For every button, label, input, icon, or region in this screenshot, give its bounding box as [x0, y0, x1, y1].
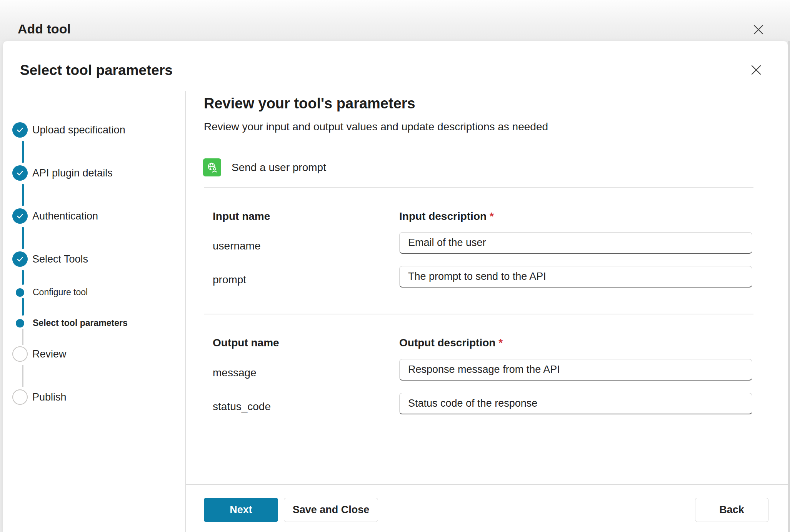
check-icon [12, 122, 28, 138]
close-icon[interactable] [750, 21, 767, 38]
input-description-header: Input description * [399, 211, 494, 222]
step-api-plugin-details[interactable]: API plugin details [12, 165, 113, 181]
stepper-connector [22, 141, 24, 163]
step-label: API plugin details [32, 167, 113, 179]
dialog-title: Add tool [18, 22, 71, 35]
input-row-name: username [213, 241, 261, 251]
stepper-connector [22, 298, 24, 316]
input-description-field-username[interactable] [399, 232, 752, 254]
step-authentication[interactable]: Authentication [12, 208, 98, 224]
required-asterisk: * [498, 337, 503, 349]
required-asterisk: * [490, 210, 494, 222]
content-heading: Review your tool's parameters [204, 96, 415, 112]
step-label: Upload specification [32, 124, 125, 136]
step-review[interactable]: Review [12, 346, 67, 362]
footer-divider [186, 484, 788, 485]
input-description-field-prompt[interactable] [399, 266, 752, 288]
empty-circle-icon [12, 389, 28, 405]
step-label: Configure tool [33, 287, 88, 298]
stepper-connector [22, 365, 23, 387]
stepper-content-divider [185, 91, 186, 532]
content-subheading: Review your input and output values and … [204, 121, 548, 133]
stepper-connector [22, 329, 23, 345]
output-name-header: Output name [213, 337, 279, 348]
output-description-field-status-code[interactable] [399, 393, 752, 414]
check-icon [12, 165, 28, 181]
output-description-field-message[interactable] [399, 359, 752, 381]
step-label: Select tool parameters [33, 318, 128, 328]
tool-name: Send a user prompt [232, 161, 326, 174]
close-icon-glyph [753, 24, 764, 35]
tool-summary-row: Send a user prompt [203, 158, 326, 176]
empty-circle-icon [12, 346, 28, 362]
step-upload-specification[interactable]: Upload specification [12, 122, 125, 138]
close-icon-glyph [750, 64, 762, 76]
save-and-close-button[interactable]: Save and Close [284, 498, 378, 522]
step-select-tool-parameters[interactable]: Select tool parameters [12, 318, 128, 328]
step-label: Publish [32, 391, 67, 403]
step-label: Select Tools [32, 253, 88, 265]
check-icon [12, 208, 28, 224]
substep-dot-icon [16, 288, 24, 297]
stepper-connector [22, 227, 24, 249]
back-button[interactable]: Back [695, 498, 768, 522]
stepper-connector [22, 270, 24, 285]
globe-person-icon [203, 158, 221, 176]
output-row-name: status_code [213, 401, 271, 412]
wizard-stepper: Upload specification API plugin details … [3, 41, 185, 532]
select-tool-parameters-panel: Select tool parameters Upload specificat… [3, 41, 788, 532]
scrollbar-track[interactable] [788, 41, 790, 532]
check-icon [12, 251, 28, 267]
output-row-name: message [213, 367, 257, 378]
output-description-header: Output description * [399, 337, 503, 348]
input-name-header: Input name [213, 211, 270, 222]
step-publish[interactable]: Publish [12, 389, 67, 405]
step-label: Review [32, 348, 67, 360]
section-divider [204, 187, 753, 188]
next-button[interactable]: Next [204, 498, 278, 522]
step-configure-tool[interactable]: Configure tool [12, 287, 88, 298]
substep-dot-icon [16, 319, 24, 328]
section-divider [204, 314, 753, 314]
step-label: Authentication [32, 210, 98, 222]
dialog-header: Add tool [0, 0, 790, 41]
stepper-connector [22, 184, 24, 206]
input-row-name: prompt [213, 274, 246, 285]
panel-close-icon[interactable] [748, 62, 765, 78]
step-select-tools[interactable]: Select Tools [12, 251, 88, 267]
